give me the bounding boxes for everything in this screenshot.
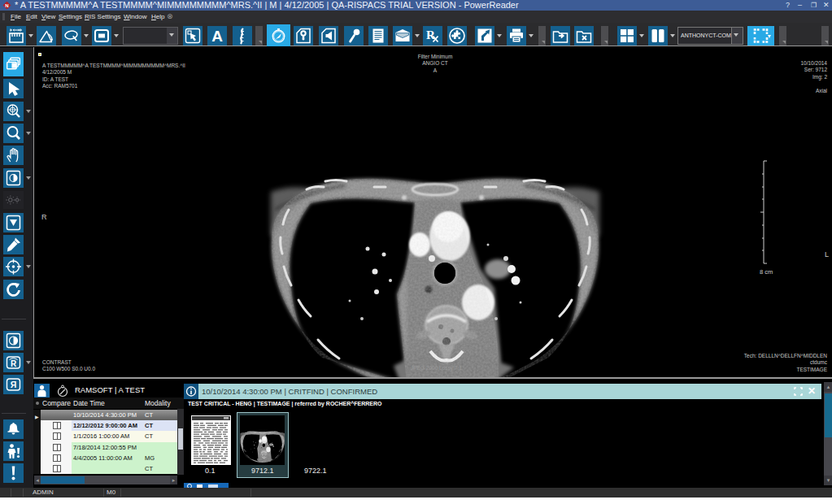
svg-text:R: R <box>11 359 17 368</box>
svg-text:A: A <box>211 28 223 45</box>
svg-text:8 cm: 8 cm <box>760 268 773 276</box>
svg-text:Я: Я <box>11 380 17 389</box>
svg-text:N: N <box>5 3 8 8</box>
svg-text:R: R <box>426 28 435 41</box>
